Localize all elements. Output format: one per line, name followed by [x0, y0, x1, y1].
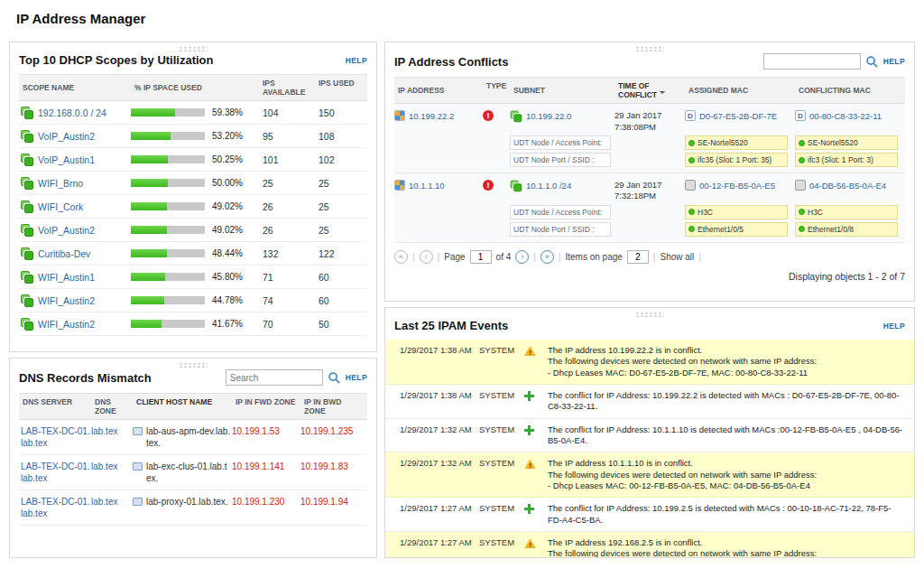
drag-handle-icon[interactable] [179, 46, 208, 52]
table-row: LAB-TEX-DC-01.lab.tex lab.tex lab-aus-ap… [19, 420, 367, 455]
conflicting-node-value[interactable]: SE-Nortel5520 [795, 135, 898, 150]
mac-vendor-icon [685, 110, 696, 121]
dns-zone-link[interactable]: lab.tex [91, 426, 117, 436]
assigned-mac-link[interactable]: D0-67-E5-2B-DF-7E [699, 111, 777, 121]
event-message: The conflict for IP Address: 10.199.2.5 … [548, 503, 907, 526]
utilization-percent: 41.67% [212, 319, 243, 329]
dns-table-header: DNS SERVER DNS ZONE CLIENT HOST NAME IP … [19, 393, 367, 420]
drag-handle-icon[interactable] [179, 362, 208, 368]
table-row: Curitiba-Dev 48.44% 132 122 [19, 242, 367, 266]
conflicting-node-value[interactable]: H3C [795, 205, 898, 219]
help-link[interactable]: HELP [883, 322, 905, 331]
items-on-page-label: Items on page [565, 252, 622, 262]
assigned-port-value[interactable]: Ethernet1/0/5 [685, 222, 788, 237]
items-on-page-input[interactable] [627, 250, 649, 264]
status-up-icon [799, 140, 805, 146]
scope-name-link[interactable]: WIFI_Brno [38, 178, 83, 189]
scope-name-link[interactable]: VoIP_Austin2 [38, 131, 95, 142]
dns-panel-title: DNS Records Mismatch [19, 371, 152, 385]
utilization-bar [131, 273, 205, 281]
search-icon[interactable] [865, 55, 879, 69]
search-icon[interactable] [328, 371, 341, 385]
conflicting-mac-link[interactable]: 00-80-C8-33-22-11 [809, 111, 882, 121]
ips-used-value: 25 [315, 201, 360, 212]
first-page-button[interactable]: « [394, 250, 408, 264]
dns-server-link[interactable]: LAB-TEX-DC-01.lab.tex [21, 461, 90, 483]
column-header-conflicting-mac: CONFLICTING MAC [795, 78, 901, 103]
search-input[interactable] [226, 369, 323, 386]
scope-name-link[interactable]: WIFI_Austin2 [38, 319, 95, 330]
table-row: LAB-TEX-DC-01.lab.tex lab.tex lab-exc-cl… [19, 455, 367, 490]
dns-server-link[interactable]: LAB-TEX-DC-01.lab.tex [21, 426, 90, 448]
ips-available-value: 101 [259, 154, 315, 165]
column-header-ips-used: IPS USED [315, 75, 360, 100]
help-link[interactable]: HELP [883, 57, 905, 66]
conflict-ip-link[interactable]: 10.199.22.2 [409, 111, 454, 121]
scope-name-link[interactable]: VoIP_Austin1 [38, 154, 95, 165]
conflicting-port-value[interactable]: ifc3 (Slot: 1 Port: 3) [795, 153, 898, 167]
scope-name-link[interactable]: Curitiba-Dev [38, 248, 90, 259]
prev-page-button[interactable]: ‹ [420, 250, 433, 264]
pagination-bar: « | ‹ | Page of 4 › | » | Items on page … [394, 250, 905, 264]
scope-name-link[interactable]: WIFI_Cork [38, 201, 83, 212]
conflicts-table-header: IP ADDRESS TYPE SUBNET TIME OF CONFLICT … [394, 77, 905, 104]
dhcp-scopes-panel: Top 10 DHCP Scopes by Utilization HELP S… [9, 42, 377, 352]
ip-bwd-zone: 10.199.1.83 [300, 461, 367, 472]
ips-available-value: 104 [259, 107, 315, 118]
node-name: H3C [698, 208, 713, 217]
ipam-events-panel: Last 25 IPAM Events HELP 1/29/2017 1:38 … [384, 307, 915, 558]
page-number-input[interactable] [470, 250, 492, 264]
client-host-name: lab-proxy-01.lab.tex. [146, 496, 228, 508]
drag-handle-icon[interactable] [635, 46, 664, 52]
utilization-percent: 44.78% [212, 295, 243, 305]
search-input[interactable] [763, 53, 861, 70]
conflicting-port-value[interactable]: Ethernet1/0/8 [795, 222, 898, 237]
mac-vendor-icon [795, 180, 806, 191]
help-link[interactable]: HELP [346, 373, 367, 382]
subnet-link[interactable]: 10.1.1.0 /24 [526, 181, 571, 191]
conflicting-mac-link[interactable]: 04-DB-56-B5-0A-E4 [809, 181, 886, 191]
scope-icon [21, 154, 33, 165]
dns-zone-link[interactable]: lab.tex [91, 497, 117, 507]
event-row: 1/29/2017 1:27 AM SYSTEM The conflict fo… [385, 498, 914, 532]
scope-name-link[interactable]: WIFI_Austin1 [38, 272, 95, 283]
dns-server-link[interactable]: LAB-TEX-DC-01.lab.tex [21, 497, 90, 518]
utilization-bar [131, 226, 205, 234]
dhcp-panel-title: Top 10 DHCP Scopes by Utilization [19, 53, 214, 67]
ips-used-value: 122 [315, 248, 360, 259]
events-panel-title: Last 25 IPAM Events [394, 319, 508, 332]
assigned-port-value[interactable]: ifc35 (Slot: 1 Port: 35) [685, 153, 788, 167]
status-up-icon [799, 209, 805, 215]
scope-name-link[interactable]: VoIP_Austin2 [38, 225, 95, 236]
assigned-mac-link[interactable]: 00-12-FB-B5-0A-E5 [699, 181, 775, 191]
subnet-link[interactable]: 10.199.22.0 [526, 111, 571, 121]
scope-icon [21, 200, 33, 212]
last-page-button[interactable]: » [541, 250, 554, 264]
ips-used-value: 25 [315, 225, 360, 236]
utilization-bar [131, 249, 205, 257]
dns-zone-link[interactable]: lab.tex [91, 461, 117, 471]
table-row: VoIP_Austin2 49.02% 26 25 [19, 219, 367, 242]
event-source: SYSTEM [479, 503, 524, 513]
event-time: 1/29/2017 1:38 AM [400, 390, 479, 400]
assigned-node-value[interactable]: SE-Nortel5520 [685, 135, 788, 150]
utilization-bar [131, 296, 205, 304]
conflict-ip-link[interactable]: 10.1.1.10 [409, 181, 445, 191]
drag-handle-icon[interactable] [635, 312, 664, 318]
event-source: SYSTEM [479, 345, 524, 355]
event-time: 1/29/2017 1:32 AM [400, 424, 479, 434]
event-type-icon [524, 459, 536, 469]
scope-name-link[interactable]: 192.168.0.0 / 24 [38, 107, 106, 118]
dns-mismatch-panel: DNS Records Mismatch HELP DNS SERVER DNS… [9, 358, 377, 558]
host-icon [133, 498, 143, 506]
utilization-percent: 48.44% [212, 248, 243, 258]
port-name: Ethernet1/0/5 [698, 225, 744, 234]
assigned-node-value[interactable]: H3C [685, 205, 788, 219]
node-name: SE-Nortel5520 [808, 138, 858, 147]
column-header-time-of-conflict[interactable]: TIME OF CONFLICT [614, 78, 685, 103]
next-page-button[interactable]: › [515, 250, 529, 264]
column-header-dns-zone: DNS ZONE [91, 394, 133, 419]
scope-name-link[interactable]: WIFI_Austin2 [38, 295, 95, 306]
help-link[interactable]: HELP [346, 56, 367, 65]
show-all-link[interactable]: Show all [660, 252, 694, 262]
